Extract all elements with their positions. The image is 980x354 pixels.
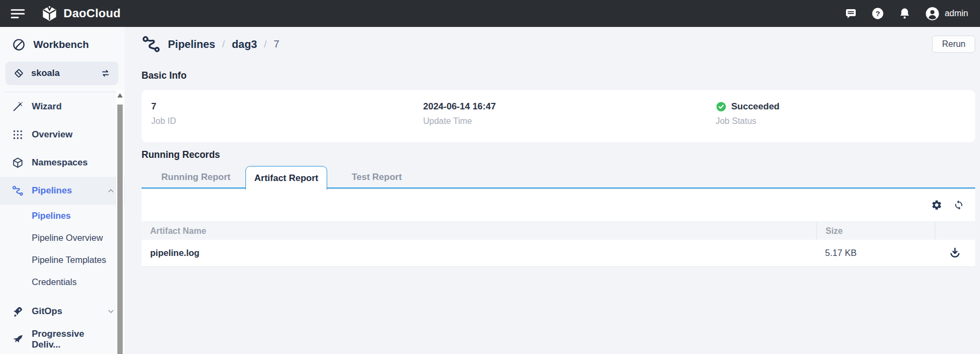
username: admin bbox=[944, 9, 968, 18]
refresh-icon[interactable] bbox=[953, 199, 964, 211]
sidebar-item-label: Wizard bbox=[32, 101, 62, 112]
sidebar-item-label: Progressive Deliv... bbox=[32, 329, 115, 350]
brand[interactable]: DaoCloud bbox=[41, 5, 121, 22]
field-update-time: 2024-06-14 16:47 Update Time bbox=[423, 101, 716, 142]
chevron-up-icon bbox=[107, 186, 115, 195]
sidebar-item-label: Namespaces bbox=[32, 157, 88, 168]
pipelines-subnav: Pipelines Pipeline Overview Pipeline Tem… bbox=[0, 205, 125, 293]
column-size: Size bbox=[816, 222, 935, 240]
subitem-label: Credentials bbox=[32, 277, 76, 287]
update-time-value: 2024-06-14 16:47 bbox=[423, 101, 716, 113]
job-id-value: 7 bbox=[151, 101, 423, 113]
sidebar-item-label: Pipelines bbox=[32, 185, 72, 196]
user-menu[interactable]: admin bbox=[925, 6, 968, 21]
sidebar-item-progressive-delivery[interactable]: Progressive Deliv... bbox=[0, 325, 125, 353]
scrollbar-thumb[interactable] bbox=[117, 105, 123, 354]
brand-name: DaoCloud bbox=[64, 6, 121, 20]
wand-icon bbox=[12, 101, 24, 113]
sidebar-subitem-pipeline-overview[interactable]: Pipeline Overview bbox=[0, 227, 125, 249]
column-artifact-name: Artifact Name bbox=[142, 226, 816, 236]
sidebar: Workbench skoala Wizard bbox=[0, 27, 125, 354]
success-check-icon bbox=[716, 101, 727, 112]
svg-text:?: ? bbox=[876, 10, 880, 18]
pipeline-icon bbox=[12, 185, 24, 197]
workbench-title: Workbench bbox=[33, 39, 89, 51]
sidebar-item-label: GitOps bbox=[32, 306, 62, 317]
sidebar-nav: Wizard Overview Namespaces bbox=[0, 93, 125, 353]
running-records-title: Running Records bbox=[142, 149, 975, 161]
bell-icon[interactable] bbox=[898, 7, 911, 20]
update-time-label: Update Time bbox=[423, 116, 716, 126]
sidebar-item-label: Overview bbox=[32, 129, 73, 140]
help-icon[interactable]: ? bbox=[871, 7, 884, 20]
sidebar-subitem-pipeline-templates[interactable]: Pipeline Templates bbox=[0, 249, 125, 271]
tab-test-report[interactable]: Test Report bbox=[336, 166, 418, 189]
column-actions bbox=[935, 222, 975, 240]
daocloud-logo-icon bbox=[41, 5, 58, 22]
main-content: Pipelines / dag3 / 7 Rerun Basic Info 7 … bbox=[125, 27, 980, 354]
topbar: DaoCloud ? admin bbox=[0, 0, 980, 27]
table-header-row: Artifact Name Size bbox=[142, 221, 975, 240]
sidebar-scrollbar[interactable] bbox=[116, 91, 124, 354]
chat-icon[interactable] bbox=[844, 7, 857, 20]
breadcrumb-separator: / bbox=[222, 39, 225, 50]
subitem-label: Pipeline Templates bbox=[32, 255, 106, 265]
app-root: DaoCloud ? admin bbox=[0, 0, 980, 354]
breadcrumb: Pipelines / dag3 / 7 bbox=[142, 34, 279, 54]
sidebar-item-pipelines[interactable]: Pipelines bbox=[0, 177, 125, 205]
basic-info-card: 7 Job ID 2024-06-14 16:47 Update Time Su… bbox=[142, 90, 975, 142]
table-toolbar bbox=[142, 189, 975, 221]
menu-icon[interactable] bbox=[11, 7, 27, 20]
sidebar-subitem-pipelines[interactable]: Pipelines bbox=[0, 205, 125, 227]
gear-icon[interactable] bbox=[931, 199, 942, 211]
workbench-icon bbox=[12, 38, 26, 52]
subitem-label: Pipeline Overview bbox=[32, 233, 103, 243]
breadcrumb-separator: / bbox=[264, 39, 267, 50]
grid-dots-icon bbox=[12, 129, 24, 141]
field-job-id: 7 Job ID bbox=[151, 101, 423, 142]
job-id-label: Job ID bbox=[151, 116, 423, 126]
workbench-header: Workbench bbox=[0, 27, 125, 57]
sidebar-item-overview[interactable]: Overview bbox=[0, 121, 125, 149]
download-icon[interactable] bbox=[949, 247, 961, 259]
field-job-status: Succeeded Job Status bbox=[716, 101, 975, 142]
basic-info-title: Basic Info bbox=[142, 70, 975, 81]
switch-workspace-icon[interactable] bbox=[100, 68, 111, 79]
rocket-icon bbox=[12, 306, 24, 317]
job-status-label: Job Status bbox=[716, 116, 975, 126]
subitem-label: Pipelines bbox=[32, 211, 70, 221]
workspace-name: skoala bbox=[31, 68, 60, 79]
scrollbar-up-arrow[interactable] bbox=[117, 93, 123, 98]
sidebar-item-namespaces[interactable]: Namespaces bbox=[0, 149, 125, 177]
tab-running-report[interactable]: Running Report bbox=[155, 166, 237, 189]
cube-icon bbox=[12, 157, 24, 169]
page-header: Pipelines / dag3 / 7 Rerun bbox=[142, 27, 975, 61]
bird-icon bbox=[12, 334, 24, 345]
breadcrumb-pipelines[interactable]: Pipelines bbox=[168, 38, 215, 51]
breadcrumb-current: 7 bbox=[274, 38, 280, 50]
report-tabs: Running Report Artifact Report Test Repo… bbox=[142, 166, 975, 189]
avatar-icon bbox=[925, 6, 940, 21]
artifact-name-cell: pipeline.log bbox=[142, 248, 816, 258]
sidebar-divider bbox=[5, 92, 117, 92]
table-row: pipeline.log 5.17 KB bbox=[142, 240, 975, 267]
topbar-actions: ? admin bbox=[844, 6, 968, 21]
artifact-report-panel: Artifact Name Size pipeline.log 5.17 KB bbox=[142, 189, 975, 267]
sidebar-item-wizard[interactable]: Wizard bbox=[0, 93, 125, 121]
sidebar-item-gitops[interactable]: GitOps bbox=[0, 297, 125, 325]
chevron-down-icon bbox=[107, 307, 115, 316]
status-text: Succeeded bbox=[731, 101, 780, 112]
sidebar-subitem-credentials[interactable]: Credentials bbox=[0, 271, 125, 293]
workspace-selector[interactable]: skoala bbox=[5, 61, 118, 85]
job-status-value: Succeeded bbox=[716, 101, 975, 113]
tab-artifact-report[interactable]: Artifact Report bbox=[245, 166, 327, 190]
rerun-button[interactable]: Rerun bbox=[932, 36, 975, 53]
workspace-icon bbox=[13, 67, 25, 79]
row-actions bbox=[935, 247, 975, 259]
artifact-size-cell: 5.17 KB bbox=[816, 248, 935, 258]
breadcrumb-dag3[interactable]: dag3 bbox=[232, 38, 257, 51]
pipeline-icon bbox=[142, 34, 161, 54]
